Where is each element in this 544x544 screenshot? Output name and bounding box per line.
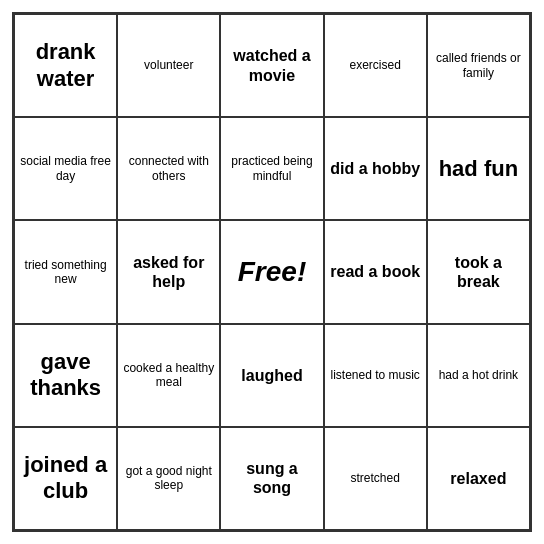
cell-text: got a good night sleep [122, 464, 215, 493]
cell-text: drank water [19, 39, 112, 92]
bingo-cell[interactable]: connected with others [117, 117, 220, 220]
cell-text: took a break [432, 253, 525, 291]
cell-text: connected with others [122, 154, 215, 183]
bingo-cell[interactable]: Free! [220, 220, 323, 323]
bingo-cell[interactable]: had fun [427, 117, 530, 220]
cell-text: asked for help [122, 253, 215, 291]
bingo-cell[interactable]: listened to music [324, 324, 427, 427]
cell-text: volunteer [144, 58, 193, 72]
bingo-cell[interactable]: joined a club [14, 427, 117, 530]
bingo-cell[interactable]: sung a song [220, 427, 323, 530]
bingo-grid: drank watervolunteerwatched a movieexerc… [14, 14, 530, 530]
bingo-cell[interactable]: got a good night sleep [117, 427, 220, 530]
cell-text: did a hobby [330, 159, 420, 178]
cell-text: gave thanks [19, 349, 112, 402]
cell-text: social media free day [19, 154, 112, 183]
bingo-cell[interactable]: volunteer [117, 14, 220, 117]
bingo-cell[interactable]: cooked a healthy meal [117, 324, 220, 427]
bingo-cell[interactable]: stretched [324, 427, 427, 530]
cell-text: Free! [238, 255, 306, 289]
cell-text: exercised [350, 58, 401, 72]
bingo-cell[interactable]: practiced being mindful [220, 117, 323, 220]
bingo-cell[interactable]: drank water [14, 14, 117, 117]
bingo-cell[interactable]: exercised [324, 14, 427, 117]
bingo-cell[interactable]: had a hot drink [427, 324, 530, 427]
bingo-cell[interactable]: tried something new [14, 220, 117, 323]
cell-text: tried something new [19, 258, 112, 287]
cell-text: practiced being mindful [225, 154, 318, 183]
cell-text: stretched [351, 471, 400, 485]
bingo-cell[interactable]: asked for help [117, 220, 220, 323]
bingo-cell[interactable]: gave thanks [14, 324, 117, 427]
bingo-cell[interactable]: took a break [427, 220, 530, 323]
bingo-cell[interactable]: read a book [324, 220, 427, 323]
cell-text: laughed [241, 366, 302, 385]
bingo-cell[interactable]: called friends or family [427, 14, 530, 117]
cell-text: joined a club [19, 452, 112, 505]
cell-text: had a hot drink [439, 368, 518, 382]
cell-text: called friends or family [432, 51, 525, 80]
bingo-cell[interactable]: relaxed [427, 427, 530, 530]
bingo-board: drank watervolunteerwatched a movieexerc… [12, 12, 532, 532]
cell-text: read a book [330, 262, 420, 281]
cell-text: had fun [439, 156, 518, 182]
cell-text: sung a song [225, 459, 318, 497]
cell-text: relaxed [450, 469, 506, 488]
cell-text: cooked a healthy meal [122, 361, 215, 390]
bingo-cell[interactable]: social media free day [14, 117, 117, 220]
bingo-cell[interactable]: did a hobby [324, 117, 427, 220]
cell-text: watched a movie [225, 46, 318, 84]
bingo-cell[interactable]: watched a movie [220, 14, 323, 117]
cell-text: listened to music [331, 368, 420, 382]
bingo-cell[interactable]: laughed [220, 324, 323, 427]
